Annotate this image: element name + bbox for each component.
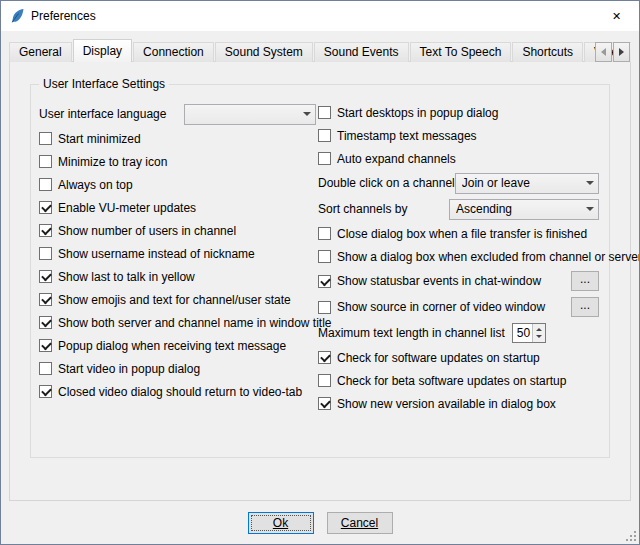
check-minimize-to-tray[interactable]: Minimize to tray icon [39, 150, 318, 173]
double-click-row: Double click on a channel Join or leave [318, 170, 601, 196]
checkbox [318, 351, 331, 364]
resize-grip[interactable] [624, 529, 637, 542]
tab-text-to-speech[interactable]: Text To Speech [410, 42, 512, 62]
checkbox-label: Show username instead of nickname [58, 247, 255, 261]
max-text-length-row: Maximum text length in channel list 50 [318, 320, 601, 346]
check-server-channel-in-title[interactable]: Show both server and channel name in win… [39, 311, 318, 334]
sort-channels-combo[interactable]: Ascending [449, 199, 599, 220]
tab-connection[interactable]: Connection [133, 42, 214, 62]
checkbox [39, 155, 52, 168]
checkbox-label: Close dialog box when a file transfer is… [337, 227, 587, 241]
arrow-right-icon [619, 48, 624, 56]
check-video-popup-dialog[interactable]: Start video in popup dialog [39, 357, 318, 380]
check-emojis-text-state[interactable]: Show emojis and text for channel/user st… [39, 288, 318, 311]
ok-button-label: Ok [273, 516, 288, 530]
max-text-length-label: Maximum text length in channel list [318, 326, 505, 340]
ui-settings-group: User Interface Settings User interface l… [30, 84, 610, 458]
check-closed-video-return-tab[interactable]: Closed video dialog should return to vid… [39, 380, 318, 403]
checkbox-label: Minimize to tray icon [58, 155, 167, 169]
tab-scroll-right-button[interactable] [613, 42, 630, 62]
checkbox [318, 152, 331, 165]
checkbox [39, 293, 52, 306]
check-excluded-dialog[interactable]: Show a dialog box when excluded from cha… [318, 245, 601, 268]
checkbox [318, 227, 331, 240]
checkbox [318, 374, 331, 387]
checkbox [318, 250, 331, 263]
titlebar[interactable]: Preferences ✕ [1, 1, 639, 31]
language-row: User interface language [39, 101, 318, 127]
checkbox-label: Closed video dialog should return to vid… [58, 385, 302, 399]
check-vu-meter-updates[interactable]: Enable VU-meter updates [39, 196, 318, 219]
check-always-on-top[interactable]: Always on top [39, 173, 318, 196]
tab-bar: General Display Connection Sound System … [9, 39, 631, 62]
video-source-more-button[interactable]: ... [571, 297, 599, 317]
double-click-combo[interactable]: Join or leave [455, 173, 599, 194]
checkbox-label: Timestamp text messages [337, 129, 477, 143]
checkbox-label: Show emojis and text for channel/user st… [58, 293, 291, 307]
tab-sound-system[interactable]: Sound System [215, 42, 313, 62]
statusbar-more-button[interactable]: ... [571, 271, 599, 291]
arrow-down-icon [536, 335, 542, 338]
checkbox [318, 129, 331, 142]
checkbox [39, 247, 52, 260]
tab-sound-events[interactable]: Sound Events [314, 42, 409, 62]
check-users-in-channel[interactable]: Show number of users in channel [39, 219, 318, 242]
checkbox-label: Start minimized [58, 132, 141, 146]
check-timestamp-messages[interactable]: Timestamp text messages [318, 124, 601, 147]
close-icon: ✕ [612, 10, 621, 23]
tab-shortcuts[interactable]: Shortcuts [512, 42, 583, 62]
language-combo[interactable] [184, 104, 316, 125]
checkbox-label: Auto expand channels [337, 152, 456, 166]
checkbox [318, 106, 331, 119]
check-beta-software-updates[interactable]: Check for beta software updates on start… [318, 369, 601, 392]
checkbox-label: Show new version available in dialog box [337, 397, 556, 411]
double-click-combo-value: Join or leave [462, 176, 530, 190]
checkbox-label: Popup dialog when receiving text message [58, 339, 286, 353]
tab-display[interactable]: Display [73, 39, 132, 62]
checkbox-label: Always on top [58, 178, 133, 192]
check-start-minimized[interactable]: Start minimized [39, 127, 318, 150]
checkbox [39, 385, 52, 398]
check-desktops-popup-dialog[interactable]: Start desktops in popup dialog [318, 101, 601, 124]
sort-channels-combo-value: Ascending [456, 202, 512, 216]
tab-scroll-buttons [594, 42, 630, 62]
checkbox [39, 362, 52, 375]
preferences-window: Preferences ✕ General Display Connection… [0, 0, 640, 545]
checkbox-label: Show both server and channel name in win… [58, 316, 332, 330]
max-text-length-spinner[interactable]: 50 [512, 323, 546, 343]
checkbox-label: Show statusbar events in chat-window [337, 274, 541, 288]
dialog-footer: Ok Cancel [1, 512, 639, 534]
check-auto-expand-channels[interactable]: Auto expand channels [318, 147, 601, 170]
check-close-on-filetransfer-finished[interactable]: Close dialog box when a file transfer is… [318, 222, 601, 245]
checkbox-label: Show a dialog box when excluded from cha… [337, 250, 640, 264]
close-button[interactable]: ✕ [594, 1, 639, 31]
cancel-button-label: Cancel [341, 516, 378, 530]
tab-scroll-left-button[interactable] [595, 42, 612, 62]
check-popup-text-message[interactable]: Popup dialog when receiving text message [39, 334, 318, 357]
app-icon [9, 8, 25, 24]
left-column: User interface language Start minimized … [39, 101, 318, 415]
checkbox-label: Start video in popup dialog [58, 362, 200, 376]
group-title: User Interface Settings [39, 77, 169, 91]
check-username-instead-nickname[interactable]: Show username instead of nickname [39, 242, 318, 265]
spinner-value: 50 [513, 326, 532, 340]
checkbox-label: Show number of users in channel [58, 224, 236, 238]
display-tab-page: User Interface Settings User interface l… [9, 61, 631, 501]
tab-general[interactable]: General [9, 42, 72, 62]
check-statusbar-events[interactable]: Show statusbar events in chat-window [318, 274, 541, 288]
checkbox [39, 316, 52, 329]
ok-button[interactable]: Ok [248, 512, 314, 534]
checkbox-label: Show source in corner of video window [337, 300, 545, 314]
check-new-version-dialog[interactable]: Show new version available in dialog box [318, 392, 601, 415]
sort-channels-row: Sort channels by Ascending [318, 196, 601, 222]
arrow-left-icon [601, 48, 606, 56]
checkbox [318, 275, 331, 288]
checkbox-label: Check for software updates on startup [337, 351, 540, 365]
check-video-source-corner[interactable]: Show source in corner of video window [318, 300, 545, 314]
checkbox-label: Start desktops in popup dialog [337, 106, 498, 120]
right-column: Start desktops in popup dialog Timestamp… [318, 101, 601, 415]
spinner-arrows[interactable] [532, 324, 545, 342]
check-last-to-talk-yellow[interactable]: Show last to talk in yellow [39, 265, 318, 288]
cancel-button[interactable]: Cancel [327, 512, 393, 534]
check-software-updates[interactable]: Check for software updates on startup [318, 346, 601, 369]
